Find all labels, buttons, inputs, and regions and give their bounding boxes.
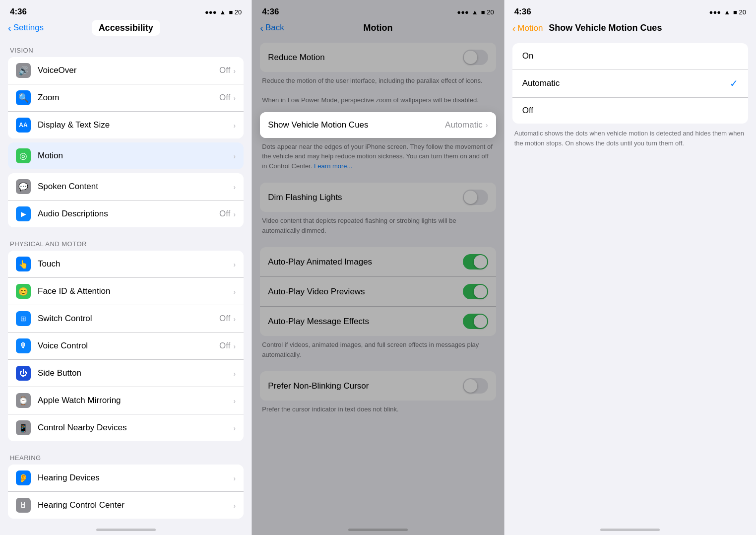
option-on[interactable]: On [512,43,748,69]
signal-icon-3: ●●● [709,8,721,16]
vehicle-cues-desc: Automatic shows the dots when vehicle mo… [504,124,756,150]
audio-descriptions-label: Audio Descriptions [38,209,219,219]
display-text-chevron: › [233,121,236,130]
face-id-chevron: › [233,287,236,296]
apple-watch-chevron: › [233,397,236,405]
battery-icon-1: ■ 20 [229,8,242,16]
group-autoplay: Auto-Play Animated Images Auto-Play Vide… [260,247,496,336]
autoplay-images-toggle[interactable] [463,254,488,269]
page-title-3: Show Vehicle Motion Cues [549,23,748,33]
hearing-devices-label: Hearing Devices [38,473,233,483]
home-indicator-2 [252,520,504,535]
scroll-content-1: VISION 🔊 VoiceOver Off › 🔍 Zoom Off › AA… [0,38,252,520]
wifi-icon-1: ▲ [220,8,226,16]
learn-more-link[interactable]: Learn more... [314,162,352,170]
wifi-icon-3: ▲ [724,8,730,16]
option-off-label: Off [522,106,738,116]
list-item-spoken-content[interactable]: 💬 Spoken Content › [8,173,244,201]
autoplay-video-label: Auto-Play Video Previews [268,287,462,297]
option-on-label: On [522,51,738,61]
wifi-icon-2: ▲ [472,8,478,16]
voice-control-icon: 🎙 [16,338,31,353]
motion-label: Motion [38,151,233,161]
status-time-3: 4:36 [514,7,531,17]
back-button-1[interactable]: ‹ Settings [8,23,44,33]
panel-motion: 4:36 ●●● ▲ ■ 20 ‹ Back Motion Reduce Mot… [252,0,504,535]
list-group-spoken: 💬 Spoken Content › ▶ Audio Descriptions … [8,173,244,227]
list-group-physical: 👆 Touch › 😊 Face ID & Attention › ⊞ Swit… [8,251,244,441]
list-item-display-text[interactable]: AA Display & Text Size › [8,112,244,138]
item-show-vehicle[interactable]: Show Vehicle Motion Cues Automatic › [260,112,496,138]
list-item-switch-control[interactable]: ⊞ Switch Control Off › [8,305,244,333]
list-item-touch[interactable]: 👆 Touch › [8,251,244,278]
non-blinking-toggle[interactable] [463,378,488,394]
back-chevron-2: ‹ [260,23,263,33]
group-non-blinking: Prefer Non-Blinking Cursor [260,371,496,401]
show-vehicle-chevron: › [486,121,488,129]
apple-watch-label: Apple Watch Mirroring [38,396,233,405]
list-group-vision: 🔊 VoiceOver Off › 🔍 Zoom Off › AA Displa… [8,57,244,138]
list-group-hearing: 👂 Hearing Devices › 🎚 Hearing Control Ce… [8,465,244,519]
list-item-voiceover[interactable]: 🔊 VoiceOver Off › [8,57,244,84]
list-item-audio-descriptions[interactable]: ▶ Audio Descriptions Off › [8,201,244,227]
list-item-hearing-devices[interactable]: 👂 Hearing Devices › [8,465,244,492]
spoken-content-icon: 💬 [16,179,31,194]
motion-icon: ◎ [16,148,31,163]
show-vehicle-label: Show Vehicle Motion Cues [268,120,445,130]
list-item-face-id[interactable]: 😊 Face ID & Attention › [8,278,244,305]
autoplay-messages-toggle[interactable] [463,314,488,329]
list-item-side-button[interactable]: ⏻ Side Button › [8,360,244,387]
options-group: On Automatic ✓ Off [512,43,748,124]
autoplay-images-label: Auto-Play Animated Images [268,257,462,267]
zoom-icon: 🔍 [16,90,31,105]
battery-icon-3: ■ 20 [733,8,746,16]
panel-accessibility: 4:36 ●●● ▲ ■ 20 ‹ Settings Accessibility… [0,0,252,535]
battery-icon-2: ■ 20 [481,8,494,16]
group-dim-flashing: Dim Flashing Lights [260,183,496,212]
section-hearing-header: HEARING [0,445,252,465]
switch-control-label: Switch Control [38,314,219,324]
option-off[interactable]: Off [512,98,748,124]
item-autoplay-messages[interactable]: Auto-Play Message Effects [260,307,496,336]
face-id-label: Face ID & Attention [38,286,233,296]
apple-watch-icon: ⌚ [16,393,31,408]
voiceover-chevron: › [233,67,236,75]
non-blinking-desc: Prefer the cursor indicator in text does… [252,401,504,416]
list-item-apple-watch[interactable]: ⌚ Apple Watch Mirroring › [8,387,244,414]
back-button-2[interactable]: ‹ Back [260,23,284,33]
item-non-blinking[interactable]: Prefer Non-Blinking Cursor [260,371,496,401]
panel-vehicle-motion-cues: 4:36 ●●● ▲ ■ 20 ‹ Motion Show Vehicle Mo… [504,0,756,535]
autoplay-video-toggle[interactable] [463,284,488,299]
back-chevron-1: ‹ [8,23,11,33]
item-dim-flashing[interactable]: Dim Flashing Lights [260,183,496,212]
display-text-label: Display & Text Size [38,120,230,130]
back-button-3[interactable]: ‹ Motion [512,23,543,33]
list-item-hearing-control[interactable]: 🎚 Hearing Control Center › [8,492,244,519]
option-automatic[interactable]: Automatic ✓ [512,69,748,98]
nav-bar-2: ‹ Back Motion [252,21,504,38]
reduce-motion-toggle[interactable] [463,50,488,65]
list-item-control-nearby[interactable]: 📱 Control Nearby Devices › [8,414,244,441]
side-button-icon: ⏻ [16,366,31,381]
hearing-devices-icon: 👂 [16,470,31,485]
item-autoplay-video[interactable]: Auto-Play Video Previews [260,277,496,307]
display-text-icon: AA [16,118,31,133]
group-vehicle-motion: Show Vehicle Motion Cues Automatic › [260,112,496,138]
list-item-voice-control[interactable]: 🎙 Voice Control Off › [8,333,244,360]
group-reduce-motion: Reduce Motion [260,43,496,72]
face-id-icon: 😊 [16,284,31,299]
zoom-value: Off [219,93,230,103]
list-item-motion[interactable]: ◎ Motion › [8,142,244,169]
hearing-devices-chevron: › [233,474,236,482]
list-item-zoom[interactable]: 🔍 Zoom Off › [8,84,244,112]
status-bar-3: 4:36 ●●● ▲ ■ 20 [504,0,756,21]
section-vision-header: VISION [0,38,252,57]
reduce-motion-desc: Reduce the motion of the user interface,… [252,72,504,107]
status-time-1: 4:36 [10,7,27,17]
item-reduce-motion[interactable]: Reduce Motion [260,43,496,72]
item-autoplay-images[interactable]: Auto-Play Animated Images [260,247,496,277]
motion-scroll: Reduce Motion Reduce the motion of the u… [252,38,504,520]
option-automatic-check: ✓ [730,77,738,89]
page-title-1: Accessibility [92,23,160,33]
dim-flashing-toggle[interactable] [463,190,488,205]
